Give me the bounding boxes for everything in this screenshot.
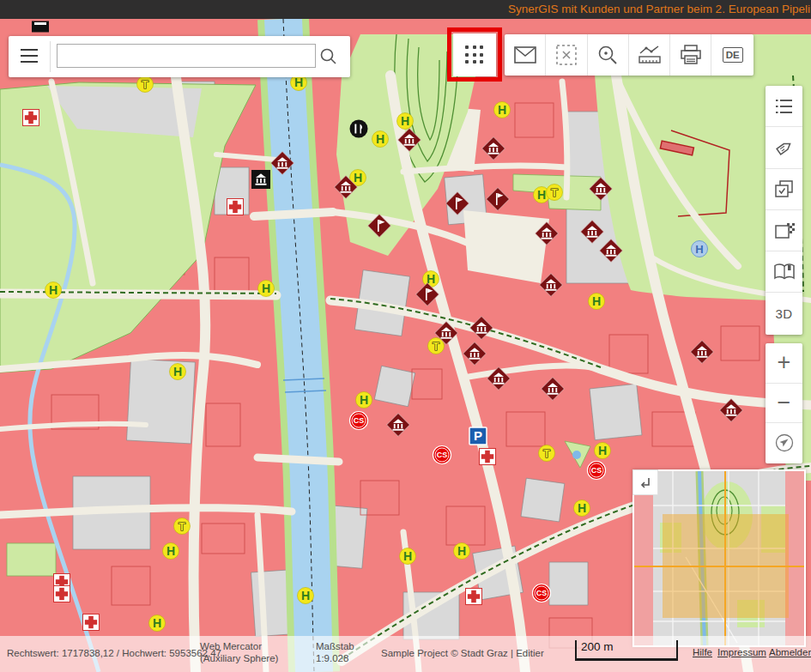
- poi-h: H: [372, 131, 389, 148]
- view-3d-button[interactable]: 3D: [766, 293, 802, 334]
- svg-text:H: H: [401, 114, 409, 128]
- coordinates-readout: Rechtswert: 1717838,12 / Hochwert: 59535…: [7, 647, 221, 659]
- measure-icon: [638, 45, 662, 65]
- svg-text:H: H: [695, 243, 703, 256]
- svg-text:T: T: [551, 186, 558, 199]
- map-toolbar: DE: [505, 34, 754, 76]
- menu-hamburger-button[interactable]: [17, 45, 41, 69]
- svg-text:T: T: [142, 78, 148, 91]
- imprint-link[interactable]: Impressum: [717, 647, 766, 657]
- poi-h: H: [170, 364, 186, 380]
- select-rectangle-button[interactable]: [546, 34, 587, 76]
- layers-select-button[interactable]: [766, 169, 802, 210]
- poi-cs: CS: [350, 412, 368, 430]
- poi-h: H: [589, 294, 605, 310]
- poi-t: T: [547, 185, 563, 201]
- poi-cross: [54, 586, 70, 602]
- legend-list-button[interactable]: [766, 86, 802, 127]
- list-icon: [774, 98, 795, 115]
- poi-h: H: [356, 392, 372, 409]
- poi-p: P: [469, 427, 487, 445]
- print-icon: [680, 45, 702, 65]
- poi-rest: [350, 120, 368, 138]
- label-tag-button[interactable]: [766, 127, 802, 168]
- grid-icon: [465, 45, 484, 64]
- poi-t: T: [174, 518, 191, 535]
- svg-text:H: H: [166, 544, 175, 558]
- svg-text:H: H: [592, 294, 601, 308]
- poi-blk: [32, 21, 49, 33]
- zoom-magnifier-icon: [596, 44, 619, 66]
- poi-musb: [251, 170, 270, 189]
- svg-text:H: H: [376, 132, 384, 146]
- svg-text:T: T: [543, 447, 550, 460]
- svg-text:H: H: [598, 444, 607, 457]
- scale-value: 1:9.028: [316, 652, 367, 664]
- mail-icon: [514, 46, 536, 64]
- collapse-corner-icon: [638, 475, 653, 490]
- news-ticker-text: SynerGIS mit Kunden und Partner beim 2. …: [508, 3, 811, 15]
- poi-cross: [83, 614, 100, 631]
- bookmarks-book-button[interactable]: [766, 251, 802, 293]
- language-label: DE: [723, 47, 743, 63]
- tag-icon: [774, 137, 795, 158]
- layers-transparency-icon: [773, 221, 796, 241]
- svg-text:CS: CS: [354, 416, 365, 425]
- svg-text:H: H: [457, 544, 466, 558]
- overview-map[interactable]: [632, 469, 806, 647]
- zoom-panel: + −: [766, 343, 802, 463]
- zoom-in-button[interactable]: +: [766, 343, 802, 384]
- zoom-out-button[interactable]: −: [766, 384, 802, 424]
- select-rectangle-icon: [555, 44, 578, 66]
- overview-collapse-button[interactable]: [632, 469, 658, 495]
- poi-h: H: [258, 281, 275, 297]
- poi-h: H: [454, 543, 470, 560]
- svg-text:T: T: [179, 520, 185, 533]
- attribution: Sample Project © Stadt Graz | Editieren …: [381, 647, 544, 659]
- poi-cross: [227, 199, 244, 215]
- poi-cross: [23, 110, 39, 126]
- layers-check-icon: [773, 179, 796, 199]
- svg-text:CS: CS: [591, 466, 602, 475]
- search-input[interactable]: [57, 44, 316, 68]
- scale-label: Maßstab: [316, 640, 367, 652]
- svg-text:H: H: [294, 76, 303, 89]
- svg-text:H: H: [153, 616, 161, 630]
- poi-h: H: [298, 588, 314, 604]
- scalebar-label: 200 m: [581, 640, 614, 653]
- geolocate-button[interactable]: [766, 423, 802, 463]
- divider: [50, 41, 51, 72]
- svg-text:CS: CS: [536, 589, 548, 597]
- print-button[interactable]: [670, 34, 711, 76]
- svg-text:H: H: [354, 171, 362, 185]
- measure-button[interactable]: [629, 34, 670, 76]
- scalebar: 200 m: [575, 640, 678, 661]
- poi-hb: H: [692, 241, 708, 257]
- svg-text:H: H: [537, 188, 546, 202]
- poi-cs: CS: [588, 462, 606, 480]
- logout-link[interactable]: Abmelden: [769, 647, 811, 657]
- language-button[interactable]: DE: [711, 34, 753, 76]
- svg-text:H: H: [262, 282, 270, 295]
- poi-h: H: [595, 443, 611, 459]
- poi-t: T: [539, 445, 555, 462]
- svg-text:H: H: [578, 501, 586, 515]
- poi-cross: [466, 589, 482, 605]
- mail-button[interactable]: [505, 34, 546, 76]
- zoom-magnifier-button[interactable]: [588, 34, 629, 76]
- poi-cs: CS: [533, 584, 551, 602]
- help-link[interactable]: Hilfe: [693, 647, 712, 657]
- svg-text:CS: CS: [437, 451, 448, 459]
- view-3d-label: 3D: [775, 306, 792, 321]
- poi-h: H: [397, 113, 414, 130]
- layers-transparency-button[interactable]: [766, 210, 802, 251]
- svg-text:H: H: [403, 549, 412, 563]
- search-icon[interactable]: [316, 45, 342, 69]
- poi-h: H: [423, 271, 439, 288]
- right-sidebar: 3D: [766, 86, 802, 335]
- tools-grid-button[interactable]: [453, 33, 496, 76]
- poi-h: H: [45, 282, 62, 299]
- news-ticker: SynerGIS mit Kunden und Partner beim 2. …: [0, 0, 811, 19]
- poi-h: H: [400, 548, 416, 565]
- svg-text:P: P: [474, 428, 482, 443]
